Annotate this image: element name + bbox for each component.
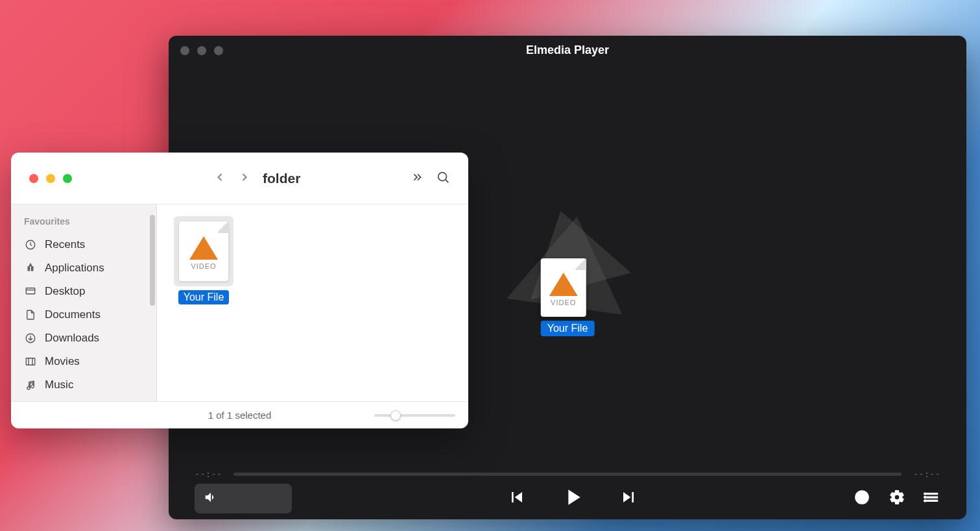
finder-traffic-lights xyxy=(29,174,72,183)
sidebar-item-applications[interactable]: Applications xyxy=(18,256,150,280)
player-title: Elmedia Player xyxy=(526,43,609,57)
movie-icon xyxy=(24,355,37,368)
sidebar-item-label: Recents xyxy=(45,238,85,251)
finder-toolbar: folder xyxy=(11,153,468,204)
player-traffic-lights xyxy=(180,46,223,55)
drop-arrows-icon: VIDEO Your File xyxy=(496,203,639,320)
search-button[interactable] xyxy=(436,170,450,187)
sidebar-item-documents[interactable]: Documents xyxy=(18,303,150,327)
finder-content-area[interactable]: VIDEO Your File xyxy=(157,204,468,401)
sidebar-item-movies[interactable]: Movies xyxy=(18,350,150,373)
sidebar-item-label: Music xyxy=(45,378,73,391)
sidebar-section-favourites: Favourites xyxy=(18,214,150,229)
clock-icon xyxy=(24,238,37,251)
svg-point-3 xyxy=(924,496,926,498)
back-button[interactable] xyxy=(213,171,226,186)
file-item[interactable]: VIDEO Your File xyxy=(169,216,239,304)
svg-rect-12 xyxy=(26,358,35,365)
svg-point-1 xyxy=(859,494,865,500)
svg-rect-8 xyxy=(26,288,35,294)
scrubber-track[interactable] xyxy=(233,473,902,476)
volume-control[interactable] xyxy=(195,484,292,513)
right-controls xyxy=(854,489,940,508)
maximize-button[interactable] xyxy=(214,46,223,55)
desktop-icon xyxy=(24,285,37,298)
airplay-button[interactable] xyxy=(854,489,870,508)
minimize-button[interactable] xyxy=(197,46,206,55)
selection-status: 1 of 1 selected xyxy=(208,410,272,421)
sidebar-item-label: Downloads xyxy=(45,332,99,345)
player-titlebar: Elmedia Player xyxy=(169,36,966,65)
zoom-slider[interactable] xyxy=(374,414,455,417)
finder-body: Favourites RecentsApplicationsDesktopDoc… xyxy=(11,204,468,401)
svg-point-4 xyxy=(924,499,926,501)
drop-target: VIDEO Your File xyxy=(496,203,639,327)
time-remaining: --:-- xyxy=(913,469,940,479)
play-button[interactable] xyxy=(560,484,586,513)
close-button[interactable] xyxy=(29,174,38,183)
document-icon xyxy=(24,308,37,321)
file-type-label: VIDEO xyxy=(551,299,576,306)
sidebar-scrollbar[interactable] xyxy=(150,215,155,306)
settings-button[interactable] xyxy=(889,489,905,508)
sidebar-item-downloads[interactable]: Downloads xyxy=(18,327,150,350)
sidebar-item-desktop[interactable]: Desktop xyxy=(18,280,150,303)
close-button[interactable] xyxy=(180,46,189,55)
previous-button[interactable] xyxy=(507,487,527,510)
sidebar-item-label: Applications xyxy=(45,262,104,275)
maximize-button[interactable] xyxy=(63,174,72,183)
zoom-slider-thumb[interactable] xyxy=(390,410,401,421)
finder-sidebar: Favourites RecentsApplicationsDesktopDoc… xyxy=(11,204,157,401)
minimize-button[interactable] xyxy=(46,174,55,183)
video-file-icon: VIDEO xyxy=(179,221,228,281)
scrubber-row: --:-- --:-- xyxy=(169,464,966,484)
playlist-button[interactable] xyxy=(924,489,940,508)
file-name-label: Your File xyxy=(178,290,230,304)
forward-button[interactable] xyxy=(238,171,251,186)
more-button[interactable] xyxy=(410,170,424,187)
svg-line-6 xyxy=(446,180,448,182)
sidebar-item-label: Movies xyxy=(45,355,80,368)
music-icon xyxy=(24,378,37,391)
next-button[interactable] xyxy=(618,487,639,510)
video-file-icon: VIDEO xyxy=(541,258,586,317)
svg-point-2 xyxy=(924,492,926,494)
dropped-file-name: Your File xyxy=(541,321,595,336)
volume-icon xyxy=(204,490,218,507)
transport-controls xyxy=(507,484,639,513)
sidebar-item-recents[interactable]: Recents xyxy=(18,233,150,256)
file-type-label: VIDEO xyxy=(191,262,216,270)
apps-icon xyxy=(24,262,37,275)
svg-point-5 xyxy=(438,172,447,180)
sidebar-item-music[interactable]: Music xyxy=(18,373,150,397)
download-icon xyxy=(24,332,37,345)
dropped-file-preview: VIDEO Your File xyxy=(541,258,595,336)
player-controls xyxy=(169,484,966,519)
folder-title: folder xyxy=(263,171,300,186)
finder-window: folder Favourites RecentsApplicationsDes… xyxy=(11,153,468,428)
sidebar-item-label: Documents xyxy=(45,308,101,321)
sidebar-item-pictures[interactable]: Pictures xyxy=(18,397,150,401)
sidebar-item-label: Desktop xyxy=(45,285,85,298)
finder-statusbar: 1 of 1 selected xyxy=(11,401,468,428)
time-elapsed: --:-- xyxy=(195,469,222,479)
